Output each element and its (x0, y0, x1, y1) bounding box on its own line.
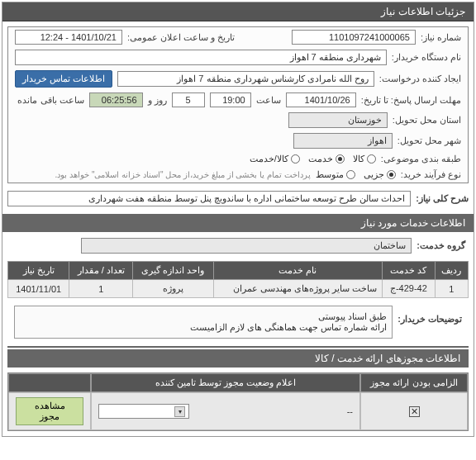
divider (7, 346, 469, 348)
process-note: پرداخت تمام یا بخشی از مبلغ خرید،از محل … (55, 170, 311, 179)
td-qty: 1 (69, 280, 133, 298)
radio-minor-label: جزیی (364, 169, 384, 180)
category-label: طبقه بندی موضوعی: (381, 154, 461, 164)
radio-goods-label: کالا (353, 154, 364, 164)
buyer-notes-area: طبق اسناد پیوستی ارائه شماره تماس جهت هم… (14, 306, 393, 339)
buyer-note-line2: ارائه شماره تماس جهت هماهنگی های لازم ال… (20, 322, 387, 333)
table-row: 1 429-42-ج ساخت سایر پروژه‌های مهندسی عم… (8, 280, 469, 298)
details-panel: جزئیات اطلاعات نیاز شماره نیاز: 11010972… (2, 2, 474, 437)
radio-service-label: خدمت (308, 154, 333, 164)
th-code: کد خدمت (383, 262, 435, 280)
auth-th-status: اعلام وضعیت مجوز توسط تامین کننده (91, 373, 360, 392)
city-field: اهواز (293, 133, 393, 149)
auth-header-row: الزامی بودن ارائه مجوز اعلام وضعیت مجوز … (8, 373, 468, 392)
province-field: خوزستان (288, 112, 388, 128)
th-date: تاریخ نیاز (8, 262, 69, 280)
radio-service[interactable]: خدمت (308, 154, 345, 164)
view-permit-button[interactable]: مشاهده مجوز (16, 397, 83, 425)
th-unit: واحد اندازه گیری (133, 262, 213, 280)
radio-icon (336, 154, 345, 164)
buyer-notes-label: توضیحات خریدار: (397, 306, 462, 325)
status-dash: -- (347, 406, 353, 416)
buyer-note-line1: طبق اسناد پیوستی (20, 311, 387, 322)
group-label: گروه خدمت: (416, 240, 465, 251)
status-dropdown[interactable]: ▾ (98, 404, 189, 419)
radio-icon (367, 154, 376, 164)
services-table: ردیف کد خدمت نام خدمت واحد اندازه گیری ت… (7, 261, 469, 298)
deadline-date-field: 1401/10/26 (286, 92, 356, 107)
panel-title: جزئیات اطلاعات نیاز (2, 2, 474, 21)
creator-field: روح الله نامرادی کارشناس شهرداری منطقه 7… (117, 71, 374, 87)
radio-both-label: کالا/خدمت (250, 154, 288, 164)
auth-status-cell: -- ▾ (91, 392, 360, 430)
creator-label: ایجاد کننده درخواست: (379, 74, 461, 84)
radio-medium[interactable]: متوسط (316, 169, 355, 180)
auth-action-cell: مشاهده مجوز (8, 392, 91, 430)
td-code: 429-42-ج (383, 280, 435, 298)
need-no-label: شماره نیاز: (421, 32, 461, 43)
category-radio-group: کالا خدمت کالا/خدمت (250, 154, 376, 164)
need-no-field: 1101097241000065 (292, 30, 416, 45)
chevron-down-icon: ▾ (174, 406, 185, 417)
time-label-1: ساعت (256, 95, 281, 106)
process-label: نوع فرآیند خرید: (401, 169, 461, 180)
and-label: روز و (148, 95, 167, 106)
remain-label: ساعت باقی مانده (17, 95, 83, 106)
th-row: ردیف (435, 262, 468, 280)
buyer-field: شهرداری منطقه 7 اهواز (15, 50, 387, 65)
auth-th-mandatory: الزامی بودن ارائه مجوز (360, 373, 468, 392)
info-box: شماره نیاز: 1101097241000065 تاریخ و ساع… (7, 26, 469, 183)
pub-date-field: 1401/10/21 - 12:24 (15, 30, 122, 45)
mandatory-checkbox[interactable] (409, 406, 420, 417)
th-qty: تعداد / مقدار (69, 262, 133, 280)
radio-both[interactable]: کالا/خدمت (250, 154, 300, 164)
td-date: 1401/11/01 (8, 280, 69, 298)
main-desc-label: شرح کلی نیاز: (416, 193, 469, 204)
process-radio-group: جزیی متوسط (316, 169, 396, 180)
auth-table: الزامی بودن ارائه مجوز اعلام وضعیت مجوز … (7, 372, 469, 431)
main-desc-field: احداث سالن طرح توسعه ساختمانی اداره با س… (7, 191, 411, 206)
auth-header: اطلاعات مجوزهای ارائه خدمت / کالا (7, 349, 469, 368)
auth-th-action (8, 373, 91, 392)
city-label: شهر محل تحویل: (397, 135, 461, 146)
contact-button[interactable]: اطلاعات تماس خریدار (15, 70, 112, 88)
td-name: ساخت سایر پروژه‌های مهندسی عمران (213, 280, 383, 298)
auth-mandatory-cell (360, 392, 468, 430)
services-header: اطلاعات خدمات مورد نیاز (2, 214, 474, 232)
table-header-row: ردیف کد خدمت نام خدمت واحد اندازه گیری ت… (8, 262, 469, 280)
th-name: نام خدمت (213, 262, 383, 280)
auth-body-row: -- ▾ مشاهده مجوز (8, 392, 468, 430)
radio-icon (387, 170, 396, 179)
deadline-time-field: 19:00 (210, 92, 251, 107)
td-row: 1 (435, 280, 468, 298)
province-label: استان محل تحویل: (393, 115, 461, 126)
radio-goods[interactable]: کالا (353, 154, 376, 164)
buyer-label: نام دستگاه خریدار: (392, 52, 461, 63)
radio-minor[interactable]: جزیی (364, 169, 396, 180)
deadline-label: مهلت ارسال پاسخ: تا تاریخ: (361, 95, 461, 106)
remain-days-field: 5 (172, 92, 205, 107)
radio-icon (346, 170, 355, 179)
radio-icon (291, 154, 300, 164)
pub-date-label: تاریخ و ساعت اعلان عمومی: (127, 32, 235, 43)
group-field: ساختمان (81, 238, 412, 254)
td-unit: پروژه (133, 280, 213, 298)
remain-time-field: 06:25:56 (89, 92, 143, 107)
radio-medium-label: متوسط (316, 169, 344, 180)
